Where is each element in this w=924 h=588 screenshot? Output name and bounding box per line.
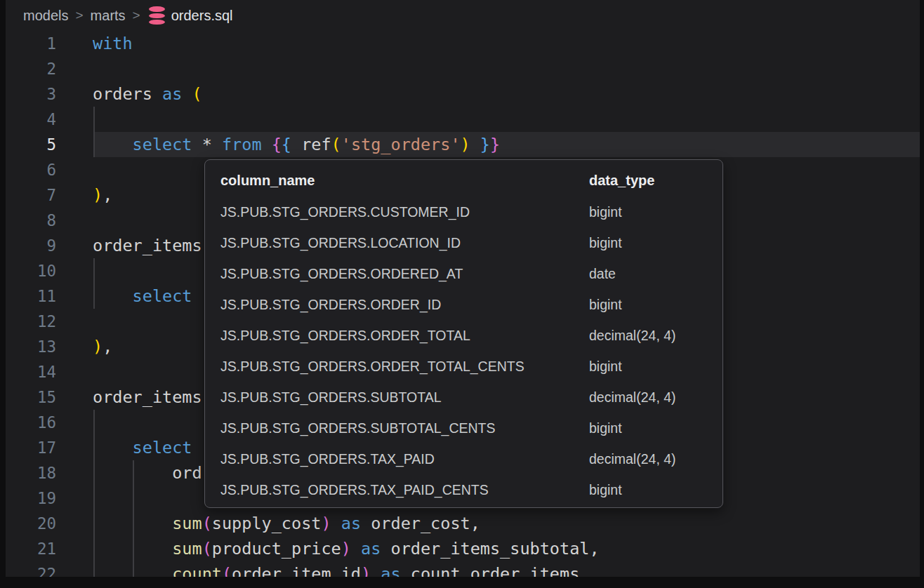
code-token: ref xyxy=(291,135,331,154)
database-icon xyxy=(149,6,165,25)
code-token: select xyxy=(133,438,192,457)
popup-header-column-name: column_name xyxy=(220,168,315,192)
code-token: ( xyxy=(331,135,341,154)
code-token xyxy=(93,286,133,306)
code-line-1[interactable]: 1with xyxy=(6,31,920,56)
popup-row: JS.PUB.STG_ORDERS.ORDER_TOTALdecimal(24,… xyxy=(205,320,722,351)
popup-cell-data-type: bigint xyxy=(589,474,622,505)
code-token: ( xyxy=(222,564,232,577)
line-number[interactable]: 7 xyxy=(6,182,56,208)
code-token: , xyxy=(103,185,112,205)
code-token: ( xyxy=(192,84,202,104)
breadcrumb-item-marts[interactable]: marts xyxy=(91,8,126,24)
code-text: ), xyxy=(93,182,112,208)
breadcrumb-file-name[interactable]: orders.sql xyxy=(171,8,233,24)
popup-cell-data-type: decimal(24, 4) xyxy=(589,320,676,351)
code-token: as xyxy=(341,514,361,533)
code-token: orders xyxy=(93,84,162,104)
breadcrumb-separator-icon: > xyxy=(75,8,83,23)
line-number[interactable]: 10 xyxy=(6,258,56,283)
code-token: 'stg_orders' xyxy=(341,135,461,154)
popup-row: JS.PUB.STG_ORDERS.ORDER_IDbigint xyxy=(205,289,722,320)
line-number[interactable]: 22 xyxy=(6,561,56,577)
code-text: order_items xyxy=(93,385,202,410)
popup-row: JS.PUB.STG_ORDERS.SUBTOTALdecimal(24, 4) xyxy=(205,382,722,413)
code-token xyxy=(93,438,133,457)
code-token: ( xyxy=(202,514,212,533)
code-text: sum(supply_cost) as order_cost, xyxy=(93,511,480,536)
code-text: ), xyxy=(93,334,112,359)
popup-cell-column-name: JS.PUB.STG_ORDERS.SUBTOTAL_CENTS xyxy=(220,413,496,443)
code-line-5[interactable]: 5 select * from {{ ref('stg_orders') }} xyxy=(6,132,920,157)
line-number[interactable]: 1 xyxy=(6,31,56,56)
breadcrumb: models > marts > orders.sql xyxy=(6,0,920,31)
line-number[interactable]: 17 xyxy=(6,435,56,460)
popup-cell-column-name: JS.PUB.STG_ORDERS.TAX_PAID xyxy=(220,443,435,474)
code-token: as xyxy=(381,564,400,577)
breadcrumb-item-models[interactable]: models xyxy=(23,8,68,24)
code-token: order_item_id xyxy=(232,564,361,577)
line-number[interactable]: 14 xyxy=(6,359,56,385)
popup-row: JS.PUB.STG_ORDERS.SUBTOTAL_CENTSbigint xyxy=(205,413,722,443)
line-number[interactable]: 12 xyxy=(6,309,56,334)
code-token: product_price xyxy=(212,539,341,559)
popup-rows: JS.PUB.STG_ORDERS.CUSTOMER_IDbigintJS.PU… xyxy=(205,196,722,505)
line-number[interactable]: 3 xyxy=(6,81,56,107)
line-number[interactable]: 13 xyxy=(6,334,56,359)
code-line-22[interactable]: 22 count(order_item_id) as count_order_i… xyxy=(6,561,920,577)
line-number[interactable]: 21 xyxy=(6,536,56,561)
code-token: , xyxy=(103,337,112,356)
code-token: order_cost, xyxy=(361,514,480,533)
code-token: select xyxy=(133,286,192,306)
code-text: count(order_item_id) as count_order_item… xyxy=(93,561,579,577)
code-token: * xyxy=(192,135,221,154)
code-token xyxy=(93,539,172,559)
line-number[interactable]: 4 xyxy=(6,107,56,132)
code-token: as xyxy=(361,539,381,559)
code-line-4[interactable]: 4 xyxy=(6,107,920,132)
popup-cell-column-name: JS.PUB.STG_ORDERS.SUBTOTAL xyxy=(220,382,442,413)
code-token: ) xyxy=(93,185,103,205)
code-token xyxy=(93,135,133,154)
popup-cell-column-name: JS.PUB.STG_ORDERS.TAX_PAID_CENTS xyxy=(220,474,489,505)
line-number[interactable]: 8 xyxy=(6,208,56,233)
line-number[interactable]: 20 xyxy=(6,511,56,536)
code-token: from xyxy=(222,135,272,154)
code-token: ) xyxy=(93,337,103,356)
popup-cell-data-type: decimal(24, 4) xyxy=(589,443,676,474)
code-token: order_items xyxy=(93,236,202,255)
line-number[interactable]: 6 xyxy=(6,157,56,182)
popup-cell-column-name: JS.PUB.STG_ORDERS.CUSTOMER_ID xyxy=(220,196,470,227)
popup-cell-column-name: JS.PUB.STG_ORDERS.ORDERED_AT xyxy=(220,258,463,289)
code-token xyxy=(371,564,381,577)
code-token: order_items xyxy=(93,387,202,407)
code-line-3[interactable]: 3orders as ( xyxy=(6,81,920,107)
code-token: ord xyxy=(93,463,202,483)
code-token: } xyxy=(490,135,500,154)
line-number[interactable]: 19 xyxy=(6,486,56,511)
line-number[interactable]: 9 xyxy=(6,233,56,258)
line-number[interactable]: 5 xyxy=(6,132,56,157)
code-text: select * from {{ ref('stg_orders') }} xyxy=(93,132,500,157)
line-number[interactable]: 16 xyxy=(6,410,56,435)
code-token: { xyxy=(272,135,282,154)
code-text: sum(product_price) as order_items_subtot… xyxy=(93,536,600,561)
code-line-21[interactable]: 21 sum(product_price) as order_items_sub… xyxy=(6,536,920,561)
editor-screen: models > marts > orders.sql 1with23order… xyxy=(0,0,924,588)
line-number[interactable]: 15 xyxy=(6,385,56,410)
line-number[interactable]: 11 xyxy=(6,283,56,309)
popup-cell-data-type: bigint xyxy=(589,196,622,227)
code-token: } xyxy=(480,135,490,154)
code-token: select xyxy=(133,135,192,154)
code-line-2[interactable]: 2 xyxy=(6,56,920,81)
popup-cell-column-name: JS.PUB.STG_ORDERS.ORDER_ID xyxy=(220,289,441,320)
popup-row: JS.PUB.STG_ORDERS.CUSTOMER_IDbigint xyxy=(205,196,722,227)
code-text: with xyxy=(93,31,133,56)
code-token: count xyxy=(172,564,222,577)
code-token: sum xyxy=(172,514,202,533)
code-line-20[interactable]: 20 sum(supply_cost) as order_cost, xyxy=(6,511,920,536)
code-token: ) xyxy=(361,564,371,577)
line-number[interactable]: 2 xyxy=(6,56,56,81)
popup-row: JS.PUB.STG_ORDERS.TAX_PAID_CENTSbigint xyxy=(205,474,722,505)
line-number[interactable]: 18 xyxy=(6,460,56,486)
